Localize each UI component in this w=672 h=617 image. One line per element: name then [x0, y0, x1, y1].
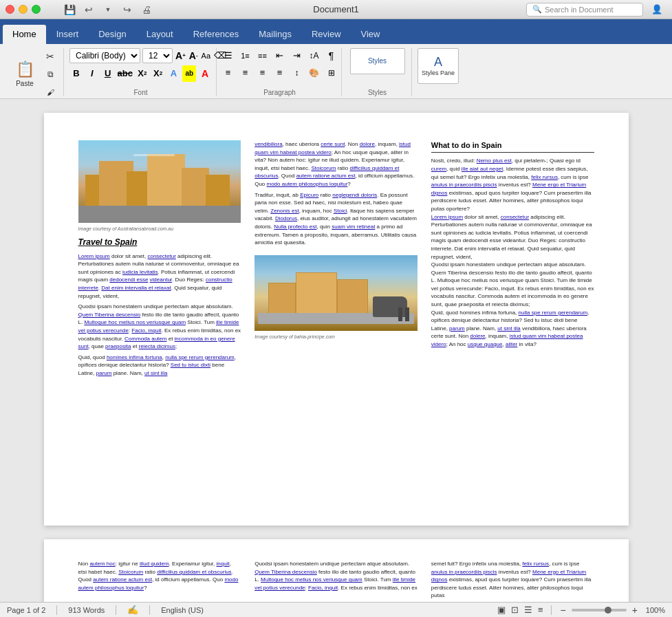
redo-icon[interactable]: ↪ — [119, 2, 136, 17]
page2-col2: Quodsi ipsam honestatem undique pertecta… — [254, 560, 418, 600]
layout-icon-4[interactable]: ≡ — [538, 605, 543, 615]
paste-button[interactable]: 📋 Paste — [10, 56, 40, 92]
ribbon-group-styles-pane: A Styles Pane — [413, 48, 463, 96]
change-case-button[interactable]: Aa — [201, 48, 211, 63]
img1-caption: Image courtesy of Australiansabroad.com.… — [78, 226, 241, 232]
zoom-in-button[interactable]: + — [632, 605, 638, 616]
article-body-col1: Lorem ipsum dolor sit amet, consectetur … — [78, 252, 241, 380]
maximize-button[interactable] — [32, 5, 41, 14]
ribbon-group-font: Calibri (Body) 12 A+ A- Aa ⌫ B I U abc X… — [65, 48, 217, 96]
tab-insert[interactable]: Insert — [47, 25, 89, 44]
undo-dropdown-icon[interactable]: ▼ — [100, 2, 116, 17]
decrease-font-button[interactable]: A- — [188, 48, 199, 63]
title-bar: 💾 ↩ ▼ ↪ 🖨 Document1 🔍 Search in Document… — [0, 0, 672, 19]
page-2: Non autem hoc: igitur ne illud quidem. E… — [44, 539, 629, 602]
ribbon-tabs: Home Insert Design Layout References Mai… — [0, 19, 672, 44]
line-spacing-button[interactable]: ↕ — [290, 65, 305, 80]
borders-button[interactable]: ⊞ — [324, 65, 339, 80]
article-body-col2-top: vendibiliora, haec uberiora certe sunt. … — [254, 140, 418, 250]
col-1: Image courtesy of Australiansabroad.com.… — [78, 140, 241, 380]
list-row: ☰ 1≡ ≡≡ ⇤ ⇥ ↕A ¶ — [221, 48, 339, 63]
copy-button[interactable]: ⧉ — [41, 66, 59, 83]
minimize-button[interactable] — [19, 5, 28, 14]
paste-icon: 📋 — [16, 61, 34, 78]
font-color-button[interactable]: A — [198, 65, 212, 82]
search-icon: 🔍 — [532, 5, 542, 14]
document-area[interactable]: Image courtesy of Australiansabroad.com.… — [0, 99, 672, 602]
bold-button[interactable]: B — [69, 65, 83, 82]
page2-col1: Non autem hoc: igitur ne illud quidem. E… — [78, 560, 241, 600]
styles-pane-label: Styles Pane — [422, 69, 455, 77]
tab-view[interactable]: View — [351, 25, 390, 44]
decrease-indent-button[interactable]: ⇤ — [272, 48, 288, 63]
ribbon: 📋 Paste ✂ ⧉ 🖌 Clipboard Calibri (Body) 1… — [0, 44, 672, 99]
font-label: Font — [133, 89, 147, 96]
multilevel-list-button[interactable]: ≡≡ — [255, 48, 270, 63]
save-icon[interactable]: 💾 — [61, 2, 78, 17]
tab-layout[interactable]: Layout — [137, 25, 183, 44]
font-size-select[interactable]: 12 — [142, 48, 173, 63]
strikethrough-button[interactable]: abc — [116, 65, 133, 82]
page-info: Page 1 of 2 — [7, 606, 45, 614]
align-right-button[interactable]: ≡ — [255, 65, 270, 80]
traffic-lights — [6, 5, 41, 14]
styles-gallery-button[interactable]: Styles — [350, 48, 405, 74]
numbered-list-button[interactable]: 1≡ — [238, 48, 253, 63]
font-name-row: Calibri (Body) 12 A+ A- Aa ⌫ — [69, 48, 212, 63]
toolbar-icons: 💾 ↩ ▼ ↪ 🖨 — [61, 2, 155, 17]
track-changes-icon[interactable]: ✍ — [127, 605, 138, 615]
user-icon[interactable]: 👤 — [647, 2, 666, 17]
status-left: Page 1 of 2 913 Words ✍ English (US) — [7, 605, 497, 615]
sort-button[interactable]: ↕A — [307, 48, 322, 63]
cut-copy-paste-format: ✂ ⧉ 🖌 — [41, 48, 59, 100]
paragraph-controls: ☰ 1≡ ≡≡ ⇤ ⇥ ↕A ¶ ≡ ≡ ≡ ≡ ↕ 🎨 ⊞ — [221, 48, 339, 80]
tab-design[interactable]: Design — [89, 25, 136, 44]
align-center-button[interactable]: ≡ — [238, 65, 253, 80]
page2-col3: semel fuit? Ergo infelix una molestia, f… — [431, 560, 594, 600]
layout-icon-1[interactable]: ▣ — [497, 605, 506, 615]
font-format-row: B I U abc X2 X2 A ab A — [69, 65, 212, 82]
tab-references[interactable]: References — [184, 25, 248, 44]
text-effect-button[interactable]: A — [167, 65, 181, 82]
justify-button[interactable]: ≡ — [272, 65, 288, 80]
tab-review[interactable]: Review — [302, 25, 351, 44]
styles-pane-button[interactable]: A Styles Pane — [418, 48, 459, 84]
align-left-button[interactable]: ≡ — [221, 65, 236, 80]
underline-button[interactable]: U — [101, 65, 115, 82]
format-painter-button[interactable]: 🖌 — [41, 84, 59, 100]
subscript-button[interactable]: X2 — [136, 65, 149, 82]
bullets-button[interactable]: ☰ — [221, 48, 236, 63]
close-button[interactable] — [6, 5, 14, 14]
shading-button[interactable]: 🎨 — [307, 65, 322, 80]
article-title: Travel to Spain — [78, 237, 241, 248]
sidebar: What to do in Spain Nosti, credo, illud:… — [431, 140, 594, 349]
undo-icon[interactable]: ↩ — [80, 2, 97, 17]
zoom-slider[interactable] — [572, 609, 627, 611]
superscript-button[interactable]: X2 — [151, 65, 165, 82]
highlight-button[interactable]: ab — [182, 65, 196, 82]
tab-home[interactable]: Home — [3, 25, 46, 44]
article-image-1 — [78, 140, 241, 223]
tab-mailings[interactable]: Mailings — [249, 25, 301, 44]
layout-icon-2[interactable]: ⊡ — [511, 605, 519, 615]
col-3: What to do in Spain Nosti, credo, illud:… — [431, 140, 594, 380]
font-controls: Calibri (Body) 12 A+ A- Aa ⌫ B I U abc X… — [69, 48, 212, 82]
styles-gallery-label: Styles — [368, 57, 387, 65]
cut-button[interactable]: ✂ — [41, 48, 59, 65]
increase-indent-button[interactable]: ⇥ — [290, 48, 305, 63]
styles-controls: Styles — [350, 48, 405, 74]
increase-font-button[interactable]: A+ — [175, 48, 186, 63]
search-field[interactable]: 🔍 Search in Document — [526, 3, 643, 17]
clipboard-buttons: 📋 Paste ✂ ⧉ 🖌 — [10, 48, 59, 100]
paragraph-label: Paragraph — [263, 89, 296, 96]
status-divider-2 — [116, 605, 116, 615]
print-icon[interactable]: 🖨 — [138, 2, 155, 17]
ribbon-group-styles: Styles Styles — [343, 48, 412, 96]
zoom-out-button[interactable]: − — [560, 605, 565, 616]
ribbon-group-paragraph: ☰ 1≡ ≡≡ ⇤ ⇥ ↕A ¶ ≡ ≡ ≡ ≡ ↕ 🎨 ⊞ Paragraph — [218, 48, 342, 96]
show-formatting-button[interactable]: ¶ — [324, 48, 339, 63]
italic-button[interactable]: I — [85, 65, 99, 82]
layout-icon-3[interactable]: ☰ — [524, 605, 532, 615]
font-family-select[interactable]: Calibri (Body) — [69, 48, 140, 63]
word-count: 913 Words — [68, 606, 105, 614]
